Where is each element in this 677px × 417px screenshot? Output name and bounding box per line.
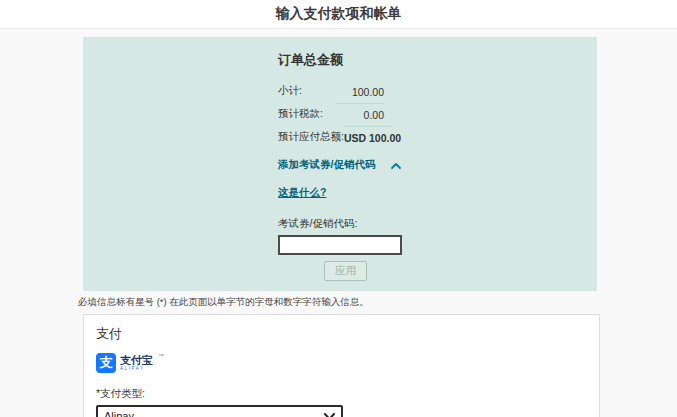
what-is-this-link[interactable]: 这是什么? xyxy=(278,186,326,200)
voucher-toggle-label: 添加考试券/促销代码 xyxy=(278,158,375,172)
subtotal-label: 小计: xyxy=(278,79,302,102)
payment-type-select[interactable]: Alipay xyxy=(96,405,343,417)
payment-title: 支付 xyxy=(96,325,587,343)
alipay-wordmark: 支付宝 ALIPAY xyxy=(120,353,153,372)
required-note: 必填信息标有星号 (*) 在此页面以单字节的字母和数字字符输入信息。 xyxy=(78,296,677,309)
apply-button[interactable]: 应用 xyxy=(324,261,367,281)
order-summary-table: 小计: 100.00 预计税款: 0.00 预计应付总额: USD 100.00 xyxy=(278,79,384,148)
tax-label: 预计税款: xyxy=(278,102,323,125)
alipay-trademark: ™ xyxy=(158,353,164,359)
chevron-up-icon xyxy=(390,156,402,174)
alipay-wordmark-en: ALIPAY xyxy=(120,367,153,372)
order-summary-panel: 订单总金额 小计: 100.00 预计税款: 0.00 预计应付总额: USD … xyxy=(83,37,597,291)
total-label: 预计应付总额: xyxy=(278,125,344,148)
voucher-input-label: 考试券/促销代码: xyxy=(278,217,597,231)
tax-row: 预计税款: 0.00 xyxy=(278,102,384,125)
alipay-icon: 支 xyxy=(96,353,116,373)
payment-section: 支付 支 支付宝 ALIPAY ™ *支付类型: Alipay xyxy=(83,314,600,417)
total-value: USD 100.00 xyxy=(344,126,392,148)
page-title: 输入支付款项和帐单 xyxy=(276,5,402,23)
page-header: 输入支付款项和帐单 xyxy=(0,0,677,29)
voucher-input[interactable] xyxy=(278,235,402,255)
payment-type-select-wrap: Alipay xyxy=(96,405,343,417)
order-summary-title: 订单总金额 xyxy=(278,51,597,69)
voucher-toggle[interactable]: 添加考试券/促销代码 xyxy=(278,156,402,174)
payment-type-label: *支付类型: xyxy=(96,387,587,401)
alipay-wordmark-cn: 支付宝 xyxy=(120,355,153,366)
tax-value: 0.00 xyxy=(336,103,384,125)
total-row: 预计应付总额: USD 100.00 xyxy=(278,125,384,148)
alipay-logo: 支 支付宝 ALIPAY ™ xyxy=(96,353,587,373)
subtotal-value: 100.00 xyxy=(336,81,384,102)
subtotal-row: 小计: 100.00 xyxy=(278,79,384,102)
